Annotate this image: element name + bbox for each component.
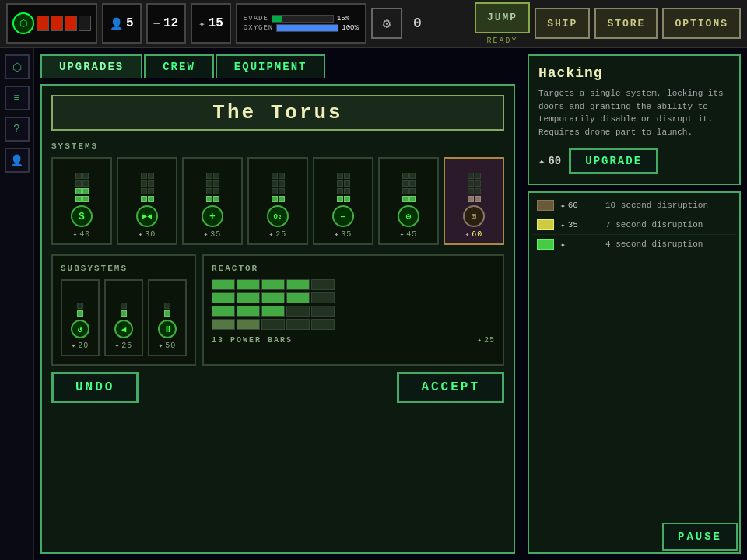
seg (206, 180, 212, 187)
missile-value: 12 (163, 16, 178, 30)
rseg (212, 279, 235, 290)
system-card-hacking[interactable]: ⊞ ✦60 (444, 157, 504, 245)
sensors-bars (121, 285, 127, 317)
evade-oxygen-display: EVADE 15% OXYGEN 100% (236, 3, 366, 44)
crew-stat: 👤 5 (102, 3, 142, 44)
tier-cost-bronze: ✦ 60 (560, 201, 599, 211)
weapons-icon: — (332, 205, 354, 227)
subsystem-card-auto[interactable]: ↺ ✦20 (61, 279, 100, 356)
sidebar-icon-map[interactable]: ⬡ (5, 54, 30, 79)
ready-label: READY (487, 37, 518, 45)
system-card-engines[interactable]: ▶◀ ✦30 (117, 157, 177, 245)
crew-icon: 👤 (110, 17, 123, 30)
seg (409, 188, 416, 194)
seg (75, 196, 82, 202)
sidebar-icon-log[interactable]: ≡ (5, 86, 30, 110)
seg (402, 180, 409, 187)
oxygen-cost: ✦25 (269, 230, 286, 239)
seg (272, 180, 278, 187)
rseg (261, 292, 285, 303)
ship-button[interactable]: SHIP (535, 8, 590, 39)
subsystem-card-doors[interactable]: ⏸ ✦50 (148, 279, 187, 356)
seg (213, 196, 219, 202)
reactor-row-3 (212, 306, 495, 317)
doors-icon: ⏸ (158, 320, 177, 338)
tier-cost-green: ✦ (560, 240, 599, 250)
seg (337, 196, 343, 202)
rseg (237, 306, 260, 317)
tabs-row: UPGRADES CREW EQUIPMENT (40, 54, 515, 78)
seg (164, 303, 170, 309)
subsystems-label: SUBSYSTEMS (61, 264, 187, 273)
seg (475, 188, 481, 194)
seg (409, 196, 416, 202)
seg (82, 173, 89, 179)
seg (344, 196, 350, 202)
rseg (311, 319, 335, 330)
tab-equipment[interactable]: EQUIPMENT (216, 54, 326, 78)
seg (475, 180, 481, 187)
sidebar-icon-crew[interactable]: 👤 (5, 148, 30, 173)
auto-cost: ✦20 (72, 341, 89, 350)
system-card-medical[interactable]: + ✦35 (182, 157, 243, 245)
reactor-row-1 (212, 279, 495, 290)
tier-desc-yellow: 7 second disruption (605, 220, 703, 229)
store-button[interactable]: STORE (594, 8, 658, 39)
auto-icon: ↺ (71, 320, 89, 338)
rseg (286, 319, 310, 330)
reactor-upgrade-cost: ✦25 (478, 336, 495, 345)
system-card-shields[interactable]: S ✦40 (51, 157, 112, 245)
seg (82, 188, 89, 194)
tier-color-green (537, 239, 554, 250)
rseg (212, 292, 235, 303)
tier-color-yellow (537, 219, 554, 230)
seg (82, 196, 89, 202)
rseg (212, 306, 235, 317)
reactor-box: REACTOR (202, 254, 504, 366)
undo-button[interactable]: UNDO (51, 372, 139, 403)
seg (141, 180, 147, 187)
settings-button[interactable]: ⚙ (371, 8, 402, 39)
center-panel: UPGRADES CREW EQUIPMENT The Torus SYSTEM… (34, 48, 521, 560)
tier-color-bronze (537, 200, 554, 211)
pause-button[interactable]: PAUSE (662, 523, 738, 551)
seg (141, 196, 147, 202)
health-display: ⬡ (6, 3, 97, 44)
seg (402, 188, 409, 194)
engines-bars (141, 163, 154, 202)
engines-icon: ▶◀ (136, 205, 158, 227)
accept-button[interactable]: ACCEPT (397, 372, 504, 403)
seg (82, 180, 89, 187)
seg (337, 180, 343, 187)
seg (468, 188, 474, 194)
system-card-oxygen[interactable]: O₂ ✦25 (247, 157, 308, 245)
seg (206, 196, 212, 202)
oxygen-icon: O₂ (267, 205, 289, 227)
system-card-weapons[interactable]: — ✦35 (313, 157, 374, 245)
oxygen-row: OXYGEN 100% (244, 24, 359, 32)
jump-button[interactable]: JUMP (475, 2, 530, 33)
seg (409, 180, 416, 187)
options-button[interactable]: OPTIONS (662, 8, 741, 39)
upgrade-button[interactable]: UPGRADE (569, 148, 658, 174)
seg (206, 188, 212, 194)
scrap-value: 15 (209, 16, 223, 30)
shields-cost: ✦40 (73, 230, 90, 239)
tab-upgrades[interactable]: UPGRADES (40, 54, 142, 78)
tier-cost-icon: ✦ (560, 201, 566, 211)
subsystem-card-sensors[interactable]: ◀ ✦25 (104, 279, 143, 356)
tab-crew[interactable]: CREW (144, 54, 214, 78)
seg (475, 196, 481, 202)
seg (121, 303, 127, 309)
seg (77, 310, 83, 317)
rseg (237, 319, 260, 330)
rseg (311, 292, 335, 303)
system-card-drones[interactable]: ⊕ ✦45 (378, 157, 439, 245)
tier-cost-yellow: ✦ 35 (560, 220, 599, 230)
rseg (311, 306, 335, 317)
hacking-cost: ✦60 (465, 230, 482, 239)
hacking-bars (468, 163, 481, 202)
sidebar-icon-quest[interactable]: ? (5, 117, 30, 142)
seg (141, 188, 147, 194)
left-sidebar: ⬡ ≡ ? 👤 (0, 48, 34, 560)
